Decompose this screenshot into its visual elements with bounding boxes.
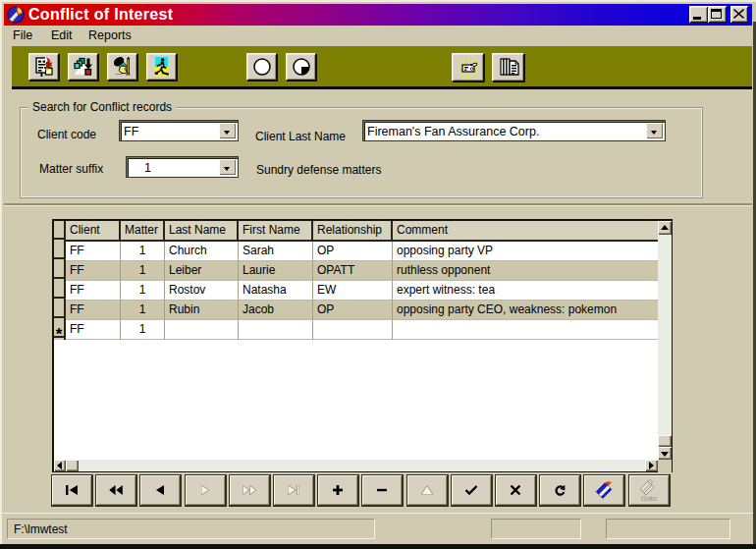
svg-text:Goto: Goto (641, 494, 657, 503)
